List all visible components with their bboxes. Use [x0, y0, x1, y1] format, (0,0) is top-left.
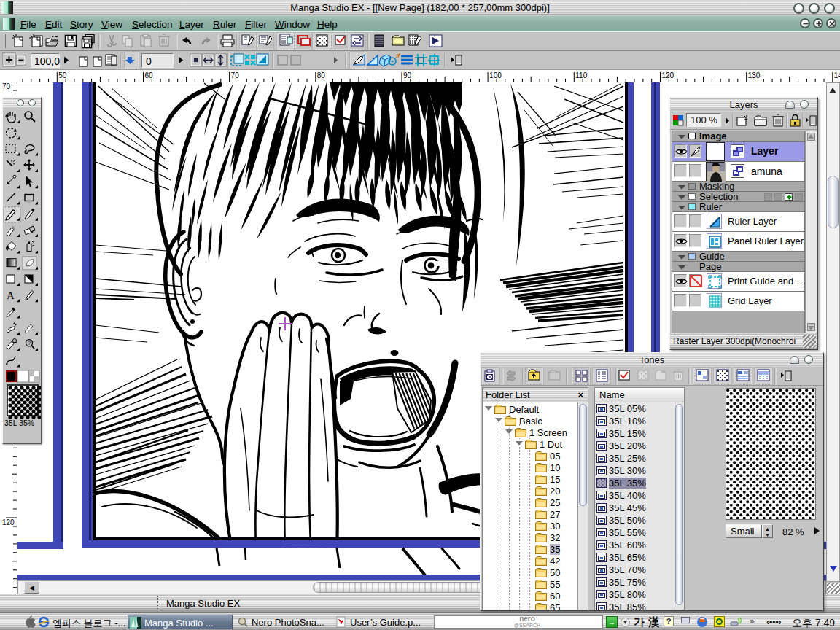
- svg-text:120: 120: [662, 71, 674, 79]
- svg-text:A: A: [7, 289, 15, 301]
- svg-text:60: 60: [145, 71, 154, 79]
- svg-text:110: 110: [575, 71, 587, 79]
- svg-text:120: 120: [2, 518, 15, 526]
- svg-text:90: 90: [403, 71, 412, 79]
- svg-text:70: 70: [231, 71, 240, 79]
- svg-text:70: 70: [2, 82, 11, 90]
- svg-text:50: 50: [58, 71, 67, 79]
- svg-text:140: 140: [834, 71, 840, 79]
- svg-text:35L 35%: 35L 35%: [4, 419, 34, 427]
- svg-text:130: 130: [748, 71, 761, 79]
- svg-text:80: 80: [317, 71, 326, 79]
- svg-text:100: 100: [489, 71, 502, 79]
- svg-text:?: ?: [28, 340, 31, 346]
